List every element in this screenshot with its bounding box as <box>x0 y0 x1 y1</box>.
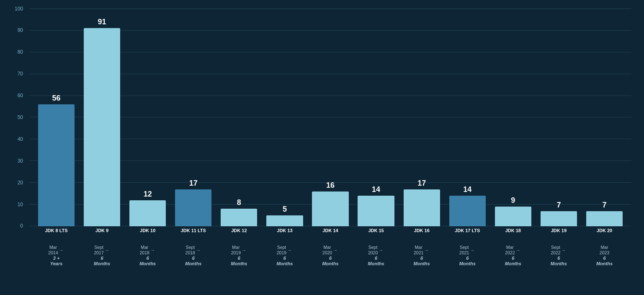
date-text-jdk8: Mar2014 <box>48 245 58 255</box>
bar-group-jdk18: 9 <box>490 8 536 226</box>
bottom-item-jdk13: Sept2019→6Months <box>262 245 307 267</box>
x-label-jdk17: JDK 17 LTS <box>445 226 490 243</box>
arrow-jdk11: → <box>196 248 201 253</box>
duration-jdk10: 6Months <box>139 256 156 267</box>
x-label-jdk18: JDK 18 <box>490 226 536 243</box>
x-label-name-jdk14: JDK 14 <box>322 228 338 233</box>
bottom-item-jdk17: Sept2021→6Months <box>445 245 490 267</box>
duration-jdk12: 6Months <box>231 256 247 267</box>
arrow-jdk15: → <box>379 248 383 253</box>
bar-group-jdk12: 8 <box>216 8 262 226</box>
x-label-name-jdk19: JDK 19 <box>551 228 567 233</box>
bar-jdk9 <box>84 28 120 226</box>
bottom-item-jdk20: Mar20236Months <box>582 245 627 267</box>
bar-value-jdk18: 9 <box>511 196 515 205</box>
bar-value-jdk12: 8 <box>237 198 241 207</box>
chart-area: 1009080706050403020100 56911217851614171… <box>29 8 631 243</box>
arrow-jdk16: → <box>424 248 429 253</box>
x-label-jdk10: JDK 10 <box>125 226 170 243</box>
arrow-jdk19: → <box>562 248 566 253</box>
date-text-jdk16: Mar2021 <box>414 245 423 255</box>
x-label-name-jdk17: JDK 17 LTS <box>455 228 480 233</box>
date-text-jdk17: Sept2021 <box>459 245 469 255</box>
duration-jdk11: 6Months <box>185 256 201 267</box>
date-row-jdk13: Sept2019→ <box>277 245 293 255</box>
date-row-jdk19: Sept2022→ <box>551 245 567 255</box>
duration-jdk16: 6Months <box>414 256 430 267</box>
y-tick-20: 20 <box>10 180 23 186</box>
arrow-jdk10: → <box>150 248 155 253</box>
duration-jdk15: 6Months <box>368 256 384 267</box>
x-label-jdk20: JDK 20 <box>582 226 627 243</box>
x-label-name-jdk10: JDK 10 <box>140 228 155 233</box>
date-row-jdk12: Mar2019→ <box>231 245 247 255</box>
arrow-jdk12: → <box>242 248 246 253</box>
date-row-jdk16: Mar2021→ <box>414 245 430 255</box>
x-label-name-jdk11: JDK 11 LTS <box>181 228 206 233</box>
bottom-item-jdk12: Mar2019→6Months <box>216 245 262 267</box>
duration-jdk19: 6Months <box>551 256 567 267</box>
duration-jdk14: 6Months <box>322 256 338 267</box>
date-row-jdk10: Mar2018→ <box>140 245 156 255</box>
x-label-name-jdk13: JDK 13 <box>277 228 292 233</box>
duration-jdk20: 6Months <box>596 256 613 267</box>
date-text-jdk19: Sept2022 <box>551 245 560 255</box>
date-row-jdk15: Sept2020→ <box>368 245 384 255</box>
arrow-jdk9: → <box>105 248 109 253</box>
bar-jdk20 <box>586 211 623 226</box>
x-label-name-jdk18: JDK 18 <box>505 228 521 233</box>
bar-value-jdk19: 7 <box>556 201 561 210</box>
bar-value-jdk16: 17 <box>417 179 426 188</box>
x-label-name-jdk16: JDK 16 <box>414 228 430 233</box>
y-tick-100: 100 <box>10 6 23 12</box>
duration-jdk9: 6Months <box>94 256 110 267</box>
y-tick-10: 10 <box>10 202 23 207</box>
x-label-jdk19: JDK 19 <box>536 226 582 243</box>
bar-value-jdk13: 5 <box>283 205 287 214</box>
duration-jdk8: 3 +Years <box>50 256 63 267</box>
bottom-item-jdk8: Mar2014→3 +Years <box>33 245 79 267</box>
bar-jdk11 <box>175 189 211 226</box>
date-text-jdk10: Mar2018 <box>140 245 149 255</box>
duration-jdk13: 6Months <box>276 256 293 267</box>
date-text-jdk15: Sept2020 <box>368 245 378 255</box>
x-axis-area: JDK 8 LTSJDK 9JDK 10JDK 11 LTSJDK 12JDK … <box>29 226 631 243</box>
arrow-jdk13: → <box>287 248 292 253</box>
bottom-item-jdk18: Mar2022→6Months <box>490 245 536 267</box>
arrow-jdk17: → <box>470 248 474 253</box>
x-label-name-jdk15: JDK 15 <box>368 228 384 233</box>
bar-value-jdk20: 7 <box>602 201 606 210</box>
arrow-jdk14: → <box>333 248 337 253</box>
bottom-info: Mar2014→3 +YearsSept2017→6MonthsMar2018→… <box>29 245 631 267</box>
bar-jdk16 <box>404 189 440 226</box>
y-tick-40: 40 <box>10 136 23 142</box>
date-text-jdk20: Mar2023 <box>600 245 609 255</box>
bar-group-jdk13: 5 <box>262 8 307 226</box>
x-label-jdk15: JDK 15 <box>353 226 399 243</box>
bar-jdk19 <box>541 211 577 226</box>
x-label-name-jdk12: JDK 12 <box>231 228 247 233</box>
bottom-item-jdk15: Sept2020→6Months <box>353 245 399 267</box>
bar-group-jdk14: 16 <box>307 8 353 226</box>
date-row-jdk14: Mar2020→ <box>322 245 338 255</box>
arrow-jdk8: → <box>59 248 64 253</box>
bar-value-jdk15: 14 <box>372 185 380 194</box>
date-row-jdk11: Sept2018→ <box>185 245 201 255</box>
bottom-item-jdk19: Sept2022→6Months <box>536 245 582 267</box>
bar-jdk14 <box>312 191 348 226</box>
bar-value-jdk11: 17 <box>189 179 198 188</box>
bar-value-jdk10: 12 <box>144 190 152 199</box>
bar-value-jdk9: 91 <box>98 18 106 26</box>
x-label-jdk13: JDK 13 <box>262 226 307 243</box>
date-text-jdk11: Sept2018 <box>185 245 195 255</box>
arrow-jdk18: → <box>516 248 520 253</box>
bar-jdk15 <box>358 196 394 226</box>
bottom-item-jdk14: Mar2020→6Months <box>307 245 353 267</box>
x-label-jdk12: JDK 12 <box>216 226 262 243</box>
bar-jdk13 <box>266 215 303 226</box>
y-tick-0: 0 <box>10 223 23 229</box>
x-label-jdk16: JDK 16 <box>399 226 445 243</box>
date-row-jdk9: Sept2017→ <box>94 245 110 255</box>
x-label-jdk9: JDK 9 <box>79 226 125 243</box>
bottom-item-jdk16: Mar2021→6Months <box>399 245 445 267</box>
